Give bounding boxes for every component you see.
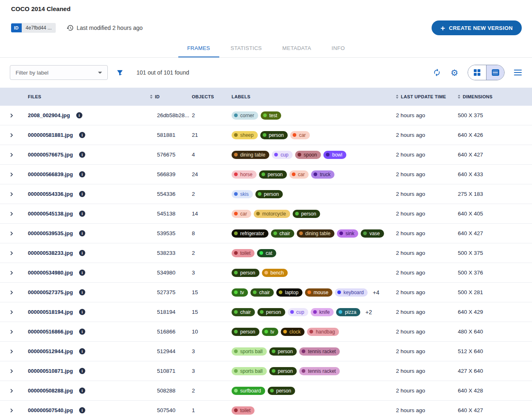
label-chip[interactable]: mouse [305, 288, 332, 297]
info-icon[interactable]: i [76, 112, 82, 118]
label-chip[interactable]: chair [271, 229, 294, 238]
label-chip[interactable]: vase [361, 229, 384, 238]
label-chip[interactable]: dining table [232, 151, 269, 159]
label-chip[interactable]: clock [281, 328, 305, 336]
info-icon[interactable]: i [79, 407, 85, 413]
table-row[interactable]: 000000576675.jpg i 576675 4 dining table… [0, 145, 532, 165]
table-row[interactable]: 000000566839.jpg i 566839 24 horseperson… [0, 165, 532, 184]
table-row[interactable]: 000000554336.jpg i 554336 2 skisperson 2… [0, 184, 532, 204]
info-icon[interactable]: i [79, 171, 85, 177]
label-chip[interactable]: chair [232, 308, 255, 316]
table-row[interactable]: 000000581881.jpg i 581881 21 sheepperson… [0, 125, 532, 145]
label-chip[interactable]: person [255, 190, 283, 198]
table-row[interactable]: 000000538233.jpg i 538233 2 toiletcat 2 … [0, 243, 532, 263]
expand-row-button[interactable] [0, 388, 23, 394]
label-chip[interactable]: sports ball [232, 347, 267, 356]
label-chip[interactable]: sports ball [232, 367, 267, 375]
table-row[interactable]: 000000534980.jpg i 534980 3 personbench … [0, 263, 532, 283]
label-chip[interactable]: bench [262, 269, 288, 277]
label-chip[interactable]: tv [262, 328, 278, 336]
expand-row-button[interactable] [0, 289, 23, 296]
label-chip[interactable]: corner [232, 111, 258, 120]
label-chip[interactable]: dining table [297, 229, 334, 238]
expand-row-button[interactable] [0, 112, 23, 119]
info-icon[interactable]: i [79, 388, 85, 394]
label-chip[interactable]: refrigerator [232, 229, 268, 238]
label-chip[interactable]: truck [311, 170, 334, 179]
expand-row-button[interactable] [0, 230, 23, 237]
filter-icon[interactable] [116, 69, 124, 77]
expand-row-button[interactable] [0, 250, 23, 256]
expand-row-button[interactable] [0, 191, 23, 197]
grid-view-button[interactable] [468, 65, 486, 80]
table-row[interactable]: 000000508288.jpg i 508288 2 surfboardper… [0, 381, 532, 401]
label-chip[interactable]: person [269, 367, 297, 375]
label-chip[interactable]: person [232, 328, 259, 336]
info-icon[interactable]: i [79, 270, 85, 276]
label-chip[interactable]: person [269, 347, 297, 356]
label-chip[interactable]: surfboard [232, 387, 265, 395]
info-icon[interactable]: i [79, 191, 85, 197]
expand-row-button[interactable] [0, 132, 23, 138]
expand-row-button[interactable] [0, 309, 23, 315]
expand-row-button[interactable] [0, 368, 23, 374]
label-chip[interactable]: toilet [232, 249, 255, 257]
label-chip[interactable]: bowl [323, 151, 346, 159]
label-chip[interactable]: horse [232, 170, 257, 179]
tab-frames[interactable]: FRAMES [178, 39, 219, 57]
expand-row-button[interactable] [0, 329, 23, 335]
menu-icon[interactable] [514, 70, 522, 75]
more-labels-count[interactable]: +2 [365, 309, 372, 315]
label-chip[interactable]: sheep [232, 131, 258, 139]
table-row[interactable]: 000000507540.jpg i 507540 1 toilet 2 hou… [0, 401, 532, 415]
label-chip[interactable]: car [290, 131, 310, 139]
create-new-version-button[interactable]: + CREATE NEW VERSION [432, 20, 522, 35]
expand-row-button[interactable] [0, 211, 23, 217]
info-icon[interactable]: i [79, 250, 85, 256]
label-chip[interactable]: pizza [336, 308, 360, 316]
info-icon[interactable]: i [79, 329, 85, 335]
info-icon[interactable]: i [79, 309, 85, 315]
table-row[interactable]: 000000539535.jpg i 539535 8 refrigerator… [0, 224, 532, 243]
info-icon[interactable]: i [79, 348, 85, 354]
label-chip[interactable]: cat [257, 249, 276, 257]
label-chip[interactable]: keyboard [335, 288, 368, 297]
column-header-id[interactable]: ID [150, 94, 192, 99]
gear-icon[interactable]: ⚙ [450, 68, 458, 77]
label-chip[interactable]: laptop [276, 288, 302, 297]
info-icon[interactable]: i [79, 132, 85, 138]
expand-row-button[interactable] [0, 270, 23, 276]
table-row[interactable]: 000000510871.jpg i 510871 3 sports ballp… [0, 361, 532, 381]
table-row[interactable]: 000000512944.jpg i 512944 3 sports ballp… [0, 342, 532, 361]
label-chip[interactable]: car [232, 210, 251, 218]
label-chip[interactable]: cup [288, 308, 308, 316]
table-row[interactable]: 000000527375.jpg i 527375 15 tvchairlapt… [0, 283, 532, 302]
table-row[interactable]: 000000545138.jpg i 545138 14 carmotorcyc… [0, 204, 532, 224]
label-chip[interactable]: tv [232, 288, 248, 297]
table-row[interactable]: 000000516866.jpg i 516866 10 persontvclo… [0, 322, 532, 342]
label-chip[interactable]: motorcycle [254, 210, 290, 218]
expand-row-button[interactable] [0, 152, 23, 158]
label-chip[interactable]: test [261, 111, 281, 120]
info-icon[interactable]: i [79, 368, 85, 374]
info-icon[interactable]: i [79, 230, 85, 236]
label-chip[interactable]: person [260, 131, 288, 139]
column-header-last-update-time[interactable]: LAST UPDATE TIME [396, 94, 458, 99]
label-chip[interactable]: skis [232, 190, 253, 198]
tab-metadata[interactable]: METADATA [273, 39, 320, 57]
tab-info[interactable]: INFO [323, 39, 354, 57]
refresh-icon[interactable] [433, 68, 441, 77]
label-chip[interactable]: knife [311, 308, 334, 316]
label-chip[interactable]: chair [250, 288, 274, 297]
more-labels-count[interactable]: +4 [373, 289, 379, 296]
label-chip[interactable]: spoon [295, 151, 321, 159]
table-row[interactable]: 2008_002904.jpg i 26db58b28... 2 cornert… [0, 106, 532, 125]
label-chip[interactable]: tennis racket [299, 347, 340, 356]
label-chip[interactable]: car [289, 170, 309, 179]
label-chip[interactable]: tennis racket [299, 367, 340, 375]
label-chip[interactable]: toilet [232, 406, 255, 415]
info-icon[interactable]: i [79, 289, 85, 295]
list-view-button[interactable] [486, 65, 504, 80]
label-chip[interactable]: person [257, 308, 285, 316]
label-chip[interactable]: person [293, 210, 321, 218]
